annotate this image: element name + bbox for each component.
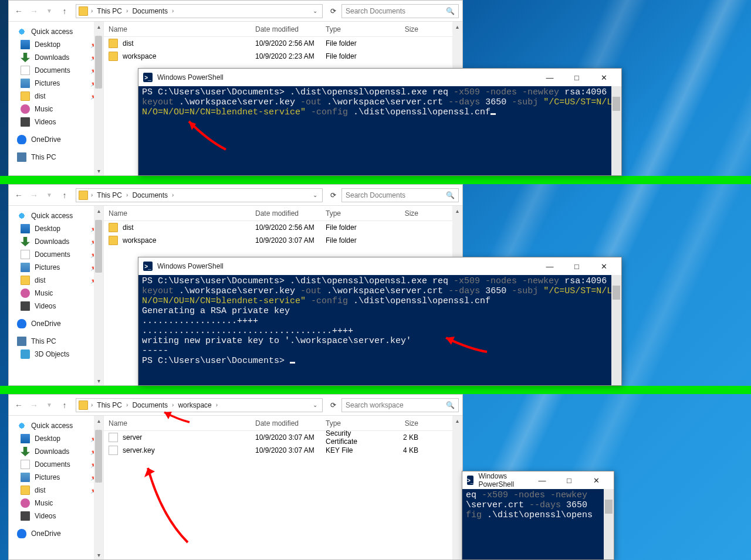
scroll-down-button[interactable]: ▾ [94,550,103,559]
sidebar-item[interactable]: OneDrive [9,133,103,146]
nav-forward-button[interactable]: → [28,399,40,412]
scrollbar[interactable] [604,489,614,559]
titlebar[interactable]: >_Windows PowerShell―□✕ [138,69,621,86]
sidebar-item[interactable]: Pictures📌 [9,471,103,484]
nav-back-button[interactable]: ← [12,399,25,412]
sidebar-item[interactable]: dist📌 [9,90,103,103]
maximize-button[interactable]: □ [564,69,590,86]
scroll-down-button[interactable]: ▾ [94,166,103,175]
refresh-button[interactable]: ⟳ [327,189,339,201]
scroll-up-button[interactable]: ▴ [452,206,462,216]
nav-recent-dropdown[interactable]: ▼ [43,399,56,412]
close-button[interactable]: ✕ [591,69,617,86]
sidebar-item[interactable]: Pictures📌 [9,261,103,274]
sidebar-item[interactable]: OneDrive [9,527,103,540]
address-bar[interactable]: ›This PC›Documents›workspace›⌄ [76,398,323,412]
breadcrumb-segment[interactable]: Documents [131,7,169,15]
scroll-up-button[interactable]: ▴ [452,416,462,426]
breadcrumb-segment[interactable]: workspace [177,401,212,409]
sidebar-item[interactable]: This PC [9,151,103,164]
file-row[interactable]: workspace10/9/2020 2:23 AMFile folder [104,50,462,63]
sidebar-item[interactable]: Videos [9,510,103,522]
breadcrumb-segment[interactable]: This PC [96,401,123,409]
sidebar-item[interactable]: Music [9,103,103,116]
refresh-button[interactable]: ⟳ [327,5,339,17]
breadcrumb-segment[interactable]: This PC [96,191,123,199]
nav-back-button[interactable]: ← [12,189,25,202]
breadcrumb-segment[interactable]: This PC [96,7,123,15]
sidebar-item[interactable]: Downloads📌 [9,445,103,458]
sidebar-item[interactable]: 3D Objects [9,348,103,361]
sidebar-item[interactable]: This PC [9,335,103,348]
nav-up-button[interactable]: ↑ [58,189,71,202]
file-row[interactable]: dist10/9/2020 2:56 AMFile folder [104,221,462,234]
nav-forward-button[interactable]: → [28,5,40,18]
terminal-output[interactable]: PS C:\Users\user\Documents> .\dist\opens… [138,86,621,175]
nav-recent-dropdown[interactable]: ▼ [43,189,56,202]
sidebar-item[interactable]: dist📌 [9,274,103,287]
address-dropdown-button[interactable]: ⌄ [310,8,320,14]
sidebar-item[interactable]: Desktop📌 [9,222,103,235]
close-button[interactable]: ✕ [591,258,617,274]
scrollbar-thumb[interactable] [95,36,102,89]
file-row[interactable]: server.key10/9/2020 3:07 AMKEY File4 KB [104,444,462,457]
nav-up-button[interactable]: ↑ [58,5,71,18]
nav-recent-dropdown[interactable]: ▼ [43,5,56,18]
column-header[interactable]: Type [321,209,388,218]
titlebar[interactable]: >_Windows PowerShell―□✕ [462,471,614,489]
sidebar-item[interactable]: Videos [9,300,103,313]
address-dropdown-button[interactable]: ⌄ [310,192,320,198]
minimize-button[interactable]: ― [537,258,563,274]
sidebar-item[interactable]: Desktop📌 [9,38,103,51]
sidebar-item[interactable]: dist📌 [9,484,103,497]
scroll-up-button[interactable]: ▴ [94,416,103,425]
scrollbar[interactable] [611,275,621,385]
nav-forward-button[interactable]: → [28,189,40,202]
search-input[interactable]: Search Documents🔍 [341,4,459,18]
column-header[interactable]: Name [104,25,251,33]
search-input[interactable]: Search workspace🔍 [341,398,459,412]
scrollbar-thumb[interactable] [613,286,620,300]
nav-up-button[interactable]: ↑ [58,399,71,412]
scroll-down-button[interactable]: ▾ [94,376,103,385]
search-input[interactable]: Search Documents🔍 [341,188,459,202]
scrollbar-thumb[interactable] [605,500,613,514]
column-header[interactable]: Size [388,25,424,33]
address-bar[interactable]: ›This PC›Documents›⌄ [76,4,323,18]
address-bar[interactable]: ›This PC›Documents›⌄ [76,188,323,202]
file-row[interactable]: dist10/9/2020 2:56 AMFile folder [104,37,462,50]
terminal-output[interactable]: PS C:\Users\user\Documents> .\dist\opens… [138,275,621,385]
file-row[interactable]: workspace10/9/2020 3:07 AMFile folder [104,234,462,247]
column-header[interactable]: Name [104,209,251,218]
sidebar-item[interactable]: Videos [9,116,103,128]
sidebar-item[interactable]: Quick access [9,209,103,222]
breadcrumb-segment[interactable]: Documents [131,401,169,409]
column-header[interactable]: Size [388,419,424,427]
minimize-button[interactable]: ― [537,69,563,86]
sidebar-item[interactable]: Music [9,497,103,510]
column-header[interactable]: Type [321,419,388,427]
file-row[interactable]: server10/9/2020 3:07 AMSecurity Certific… [104,431,462,444]
sidebar-item[interactable]: Documents📌 [9,64,103,77]
sidebar-item[interactable]: Quick access [9,25,103,38]
nav-back-button[interactable]: ← [12,5,25,18]
scroll-up-button[interactable]: ▴ [94,206,103,215]
sidebar-item[interactable]: Desktop📌 [9,432,103,445]
refresh-button[interactable]: ⟳ [327,399,339,411]
maximize-button[interactable]: □ [564,258,590,274]
scrollbar[interactable]: ▴ [452,416,462,559]
sidebar-item[interactable]: Music [9,287,103,300]
terminal-output[interactable]: eq -x509 -nodes -newkey\server.crt --day… [462,489,614,559]
scrollbar[interactable] [611,86,621,175]
scrollbar[interactable]: ▴▾ [94,22,103,175]
column-header[interactable]: Date modified [251,25,321,33]
scrollbar[interactable]: ▴▾ [94,206,103,385]
sidebar-item[interactable]: Quick access [9,419,103,432]
column-header[interactable]: Date modified [251,209,321,218]
column-header[interactable]: Type [321,25,388,33]
maximize-button[interactable]: □ [556,472,582,488]
breadcrumb-segment[interactable]: Documents [131,191,169,199]
scroll-up-button[interactable]: ▴ [452,22,462,32]
sidebar-item[interactable]: OneDrive [9,317,103,330]
scroll-up-button[interactable]: ▴ [94,22,103,31]
